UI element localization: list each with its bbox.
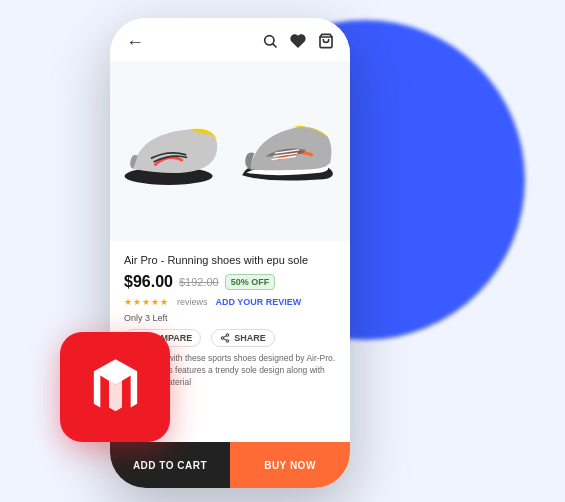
cart-icon[interactable]: [318, 33, 334, 53]
header-icons: [262, 33, 334, 53]
bottom-buttons: ADD TO CART BUY NOW: [110, 442, 350, 488]
discount-badge: 50% OFF: [225, 274, 276, 290]
share-label: SHARE: [234, 333, 266, 343]
stock-label: Only 3 Left: [124, 313, 168, 323]
stock-text: Only 3 Left: [124, 313, 336, 323]
product-name: Air Pro - Running shoes with epu sole: [124, 253, 336, 267]
buy-now-button[interactable]: BUY NOW: [230, 442, 350, 488]
reviews-text: reviews: [177, 297, 208, 307]
share-button[interactable]: SHARE: [211, 329, 275, 347]
back-icon[interactable]: ←: [126, 32, 144, 53]
phone-topbar: ←: [110, 18, 350, 61]
product-image-area: [110, 61, 350, 241]
reviews-row: ★★★★★ reviews ADD YOUR REVIEW: [124, 297, 336, 307]
add-review-link[interactable]: ADD YOUR REVIEW: [216, 297, 302, 307]
svg-line-13: [224, 336, 227, 338]
svg-point-10: [222, 337, 225, 340]
magento-icon: [83, 355, 148, 420]
star-rating: ★★★★★: [124, 297, 169, 307]
price-row: $96.00 $192.00 50% OFF: [124, 273, 336, 291]
add-to-cart-button[interactable]: ADD TO CART: [110, 442, 230, 488]
shoe-image-right: [234, 114, 340, 187]
price-current: $96.00: [124, 273, 173, 291]
price-original: $192.00: [179, 276, 219, 288]
svg-point-9: [227, 334, 230, 337]
svg-point-11: [227, 340, 230, 343]
svg-line-1: [273, 44, 276, 47]
shoe-image-left: [120, 116, 226, 187]
search-icon[interactable]: [262, 33, 278, 53]
shoe-images: [110, 104, 350, 197]
wishlist-icon[interactable]: [290, 33, 306, 53]
magento-logo: [60, 332, 170, 442]
svg-line-12: [224, 339, 227, 341]
